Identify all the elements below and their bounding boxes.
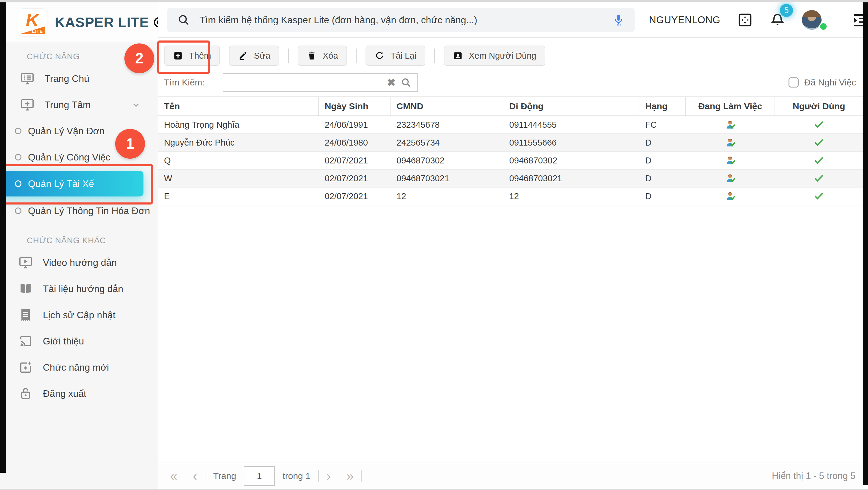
sidebar-item-tai-lieu-huong-dan[interactable]: Tài liệu hướng dẫn (0, 276, 158, 302)
column-header-ngay-sinh[interactable]: Ngày Sinh (319, 97, 391, 116)
cell-rank: FC (640, 116, 686, 133)
cast-icon (17, 333, 34, 349)
first-page-button[interactable]: « (170, 469, 177, 483)
main-content: Thêm Sửa Xóa (158, 38, 863, 489)
cell-phone: 0946870302 (503, 152, 640, 169)
toolbar-separator (434, 49, 435, 63)
search-icon (177, 13, 190, 27)
retired-checkbox[interactable] (788, 78, 799, 88)
pagination-bar: « ‹ Trang trong 1 › » Hiển thị 1 - 5 tro… (158, 463, 863, 489)
cell-name: W (158, 170, 319, 187)
video-tutorial-icon (17, 255, 34, 270)
table-row[interactable]: Nguyễn Đức Phúc 24/06/1980 242565734 091… (158, 134, 863, 152)
cell-name: Q (158, 152, 319, 169)
next-page-button[interactable]: › (327, 469, 331, 483)
window-top-edge (0, 0, 868, 2)
microphone-icon[interactable] (612, 13, 625, 27)
global-search[interactable] (167, 8, 635, 32)
chevron-down-icon (131, 100, 141, 110)
column-header-di-dong[interactable]: Di Động (503, 97, 640, 116)
lock-icon (17, 386, 34, 401)
cell-cmnd: 12 (391, 188, 503, 205)
working-person-check-icon (686, 188, 775, 205)
pager-separator (361, 470, 362, 482)
username-label[interactable]: NGUYENLONG (649, 14, 720, 26)
sidebar-item-chuc-nang-moi[interactable]: Chức năng mới (0, 354, 158, 380)
cell-dob: 02/07/2021 (319, 188, 391, 205)
drivers-table: Tên Ngày Sinh CMND Di Động Hạng Đang Làm… (158, 96, 863, 206)
sidebar-item-label: Giới thiệu (43, 336, 84, 347)
delete-button[interactable]: Xóa (298, 45, 347, 66)
sidebar-item-label: Chức năng mới (43, 362, 109, 373)
notifications-button[interactable]: 5 (770, 12, 785, 28)
sidebar-item-lich-su-cap-nhat[interactable]: Lịch sử Cập nhật (0, 302, 158, 328)
column-header-dang-lam-viec[interactable]: Đang Làm Việc (686, 97, 775, 116)
cell-name: Nguyễn Đức Phúc (158, 134, 319, 151)
table-row[interactable]: E 02/07/2021 12 12 D (158, 188, 863, 206)
clear-search-icon[interactable]: ✖ (382, 76, 400, 88)
book-icon (17, 281, 34, 297)
view-user-button[interactable]: Xem Người Dùng (444, 45, 545, 66)
sidebar-item-label: Tài liệu hướng dẫn (43, 283, 123, 295)
sidebar-item-quan-ly-tai-xe[interactable]: Quản Lý Tài Xế (0, 171, 144, 196)
last-page-button[interactable]: » (346, 469, 353, 483)
sidebar-item-quan-ly-thong-tin-hoa-don[interactable]: Quản Lý Thông Tin Hóa Đơn (0, 198, 158, 224)
add-button[interactable]: Thêm (164, 45, 220, 66)
toolbar-separator (356, 49, 356, 63)
working-person-check-icon (686, 134, 775, 151)
table-search-field[interactable]: ✖ (223, 73, 417, 92)
edit-button[interactable]: Sửa (229, 45, 279, 66)
user-check-icon (775, 152, 863, 169)
reload-button[interactable]: Tải Lại (366, 45, 425, 66)
toolbar: Thêm Sửa Xóa (158, 38, 863, 66)
cell-rank: D (640, 188, 686, 205)
notification-badge: 5 (780, 4, 793, 17)
working-person-check-icon (686, 170, 775, 187)
reload-icon (374, 51, 384, 61)
column-header-ten[interactable]: Tên (158, 97, 319, 116)
column-header-hang[interactable]: Hạng (640, 97, 686, 116)
section-chuc-nang-khac: CHỨC NĂNG KHÁC (0, 224, 158, 249)
filter-row: Tìm Kiếm: ✖ Đã Nghỉ Việc (158, 73, 863, 92)
sidebar-item-label: Quản Lý Thông Tin Hóa Đơn (28, 206, 150, 216)
annotation-step-1: 1 (115, 129, 145, 159)
table-search-input[interactable] (223, 78, 382, 88)
cell-name: E (158, 188, 319, 205)
column-header-nguoi-dung[interactable]: Người Dùng (775, 97, 863, 116)
window-right-edge (863, 2, 868, 485)
cell-cmnd: 09468703021 (391, 170, 503, 187)
cell-phone: 09468703021 (503, 170, 640, 187)
cell-phone: 12 (503, 188, 640, 205)
window-left-edge (0, 2, 6, 473)
table-row[interactable]: Q 02/07/2021 0946870302 0946870302 D (158, 152, 863, 170)
cell-phone: 0911555666 (503, 134, 640, 151)
radio-bullet-icon (15, 128, 22, 134)
submit-search-icon[interactable] (400, 77, 417, 88)
cell-dob: 24/06/1991 (319, 116, 391, 133)
sidebar-item-dang-xuat[interactable]: Đăng xuất (0, 380, 158, 407)
table-body: Hoàng Trọng Nghĩa 24/06/1991 232345678 0… (158, 116, 863, 206)
sidebar-item-video-huong-dan[interactable]: Video hướng dẫn (0, 249, 158, 276)
table-row[interactable]: W 02/07/2021 09468703021 09468703021 D (158, 170, 863, 188)
toolbar-separator (288, 49, 289, 63)
sidebar-item-label: Quản Lý Tài Xế (28, 178, 94, 189)
fullscreen-button[interactable] (737, 12, 753, 28)
sidebar-item-trung-tam[interactable]: Trung Tâm (0, 92, 158, 118)
user-card-icon (453, 51, 463, 61)
sidebar-item-label: Trung Tâm (45, 99, 91, 111)
prev-page-button[interactable]: ‹ (193, 469, 197, 483)
cell-name: Hoàng Trọng Nghĩa (158, 116, 319, 133)
delete-button-label: Xóa (323, 51, 338, 61)
table-row[interactable]: Hoàng Trọng Nghĩa 24/06/1991 232345678 0… (158, 116, 863, 134)
cell-cmnd: 242565734 (391, 134, 503, 151)
avatar[interactable] (802, 10, 822, 30)
column-header-cmnd[interactable]: CMND (391, 97, 503, 116)
new-feature-icon (17, 360, 34, 375)
sidebar-item-gioi-thieu[interactable]: Giới thiệu (0, 328, 158, 354)
table-header-row: Tên Ngày Sinh CMND Di Động Hạng Đang Làm… (158, 96, 863, 116)
page-number-input[interactable] (244, 466, 275, 486)
filter-label: Tìm Kiếm: (164, 78, 205, 88)
global-search-input[interactable] (199, 14, 612, 26)
edit-icon (238, 51, 248, 61)
changelog-icon (17, 307, 34, 323)
